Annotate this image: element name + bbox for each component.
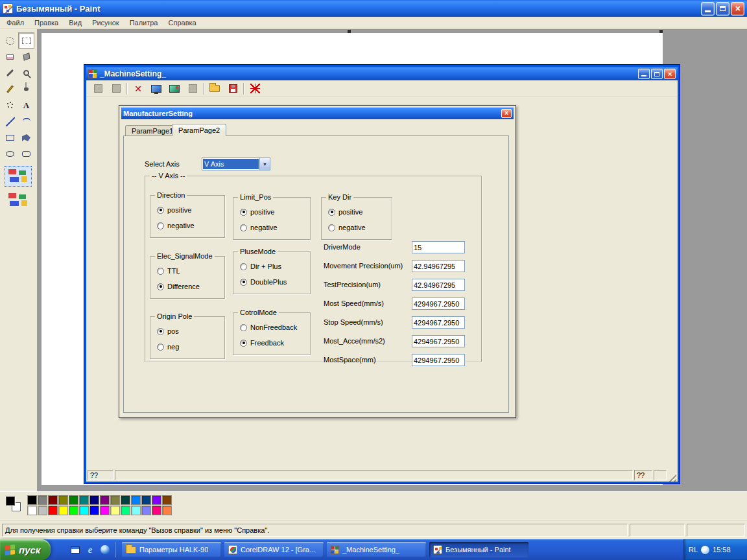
close-button[interactable]: × [731, 2, 744, 16]
curve-tool[interactable] [18, 113, 34, 130]
mostspace-input[interactable] [412, 354, 465, 366]
internet-explorer-button[interactable]: e [84, 542, 97, 557]
testprecision-input[interactable] [412, 279, 465, 291]
palette-color[interactable] [48, 495, 58, 505]
dialog-close-button[interactable]: × [501, 109, 512, 118]
start-button[interactable]: пуск [0, 539, 51, 560]
task-coreldraw[interactable]: CorelDRAW 12 - [Gra... [224, 542, 324, 557]
field-label: TestPrecision(um) [324, 279, 381, 291]
resize-grip[interactable] [668, 473, 676, 482]
palette-color[interactable] [131, 495, 141, 505]
chevron-down-icon[interactable]: ▼ [259, 158, 270, 170]
palette-color[interactable] [100, 495, 110, 505]
toolbar-delete-button[interactable]: ✕ [130, 82, 146, 96]
task-machinesetting[interactable]: _MachineSetting_ [327, 542, 426, 557]
select-tool[interactable] [18, 32, 34, 49]
palette-color[interactable] [79, 495, 89, 505]
status-cell: ?? [88, 470, 113, 480]
fill-tool[interactable] [18, 49, 34, 65]
palette-color[interactable] [38, 506, 47, 515]
canvas-resize-handle-topright[interactable] [659, 30, 663, 33]
toolbar-button-2[interactable] [108, 82, 124, 96]
radio-option[interactable]: positive [240, 208, 274, 216]
toolbar-save-button[interactable] [225, 82, 241, 96]
rounded-rect-tool[interactable] [18, 146, 34, 162]
line-tool[interactable] [2, 113, 18, 130]
palette-row [27, 495, 172, 505]
menu-palette[interactable]: Палитра [124, 18, 163, 28]
palette-color[interactable] [121, 495, 130, 505]
task-paint[interactable]: Безымянный - Paint [429, 542, 528, 557]
palette-color[interactable] [58, 495, 68, 505]
browser-button[interactable] [99, 542, 112, 557]
movement-precision-input[interactable] [412, 260, 465, 272]
restore-button[interactable] [716, 2, 729, 16]
tab-parampage2[interactable]: ParamPage2 [172, 124, 226, 136]
radio-option[interactable]: positive [328, 208, 362, 216]
palette-color[interactable] [69, 495, 78, 505]
select-axis-combobox[interactable]: V Axis ▼ [202, 158, 270, 170]
palette-color[interactable] [162, 506, 172, 515]
color-picker-tool[interactable] [2, 65, 18, 81]
palette-color[interactable] [110, 495, 120, 505]
toolbar-display-button[interactable] [167, 82, 182, 96]
palette-color[interactable] [141, 506, 151, 515]
radio-option[interactable]: negative [328, 224, 366, 231]
tray-icon[interactable] [701, 546, 709, 554]
minimize-button[interactable] [638, 69, 650, 79]
menu-view[interactable]: Вид [64, 18, 87, 28]
palette-color[interactable] [69, 506, 78, 515]
show-desktop-button[interactable] [69, 542, 82, 557]
radio-option[interactable]: positive [157, 206, 191, 214]
toolbar-monitor-button[interactable] [148, 82, 164, 96]
toolbar-open-button[interactable] [207, 82, 222, 96]
palette-color[interactable] [152, 506, 161, 515]
radio-option[interactable]: negative [240, 224, 278, 231]
task-parametry-halk90[interactable]: Параметры HALK-90 [122, 542, 221, 557]
close-button[interactable]: × [664, 69, 676, 79]
palette-color[interactable] [141, 495, 151, 505]
menu-help[interactable]: Справка [163, 18, 202, 28]
airbrush-tool[interactable] [2, 97, 18, 113]
ellipse-tool[interactable] [2, 146, 18, 162]
palette-color[interactable] [89, 506, 99, 515]
language-indicator[interactable]: RL [689, 546, 698, 554]
rectangle-tool[interactable] [2, 130, 18, 146]
palette-color[interactable] [121, 506, 130, 515]
freeform-select-tool[interactable] [2, 32, 18, 49]
toolbar-button-1[interactable] [90, 82, 106, 96]
palette-color[interactable] [152, 495, 161, 505]
brush-tool[interactable] [18, 81, 34, 97]
menu-image[interactable]: Рисунок [87, 18, 124, 28]
polygon-tool[interactable] [18, 130, 34, 146]
palette-color[interactable] [27, 506, 37, 515]
selection-option-transparent[interactable] [5, 190, 32, 211]
palette-color[interactable] [110, 506, 120, 515]
menu-edit[interactable]: Правка [29, 18, 64, 28]
toolbar-button-3[interactable] [185, 82, 200, 96]
toolbar-origin-button[interactable] [247, 82, 263, 96]
minimize-button[interactable] [701, 2, 715, 16]
palette-color[interactable] [162, 495, 172, 505]
palette-color[interactable] [89, 495, 99, 505]
most-acce-input[interactable] [412, 335, 465, 347]
palette-color[interactable] [131, 506, 141, 515]
restore-button[interactable] [651, 69, 663, 79]
menu-file[interactable]: Файл [1, 18, 29, 28]
palette-color[interactable] [79, 506, 89, 515]
text-tool[interactable] [18, 97, 34, 113]
magnifier-tool[interactable] [18, 65, 34, 81]
drivermode-input[interactable] [412, 241, 465, 253]
selection-option-opaque[interactable] [5, 166, 32, 187]
canvas-resize-handle-top[interactable] [348, 30, 351, 33]
palette-color[interactable] [38, 495, 47, 505]
palette-color[interactable] [58, 506, 68, 515]
eraser-tool[interactable] [2, 49, 18, 65]
radio-option[interactable]: negative [157, 222, 195, 229]
palette-color[interactable] [100, 506, 110, 515]
most-speed-input[interactable] [412, 298, 465, 310]
palette-color[interactable] [48, 506, 58, 515]
pencil-tool[interactable] [2, 81, 18, 97]
palette-color[interactable] [27, 495, 37, 505]
stop-speed-input[interactable] [412, 316, 465, 329]
